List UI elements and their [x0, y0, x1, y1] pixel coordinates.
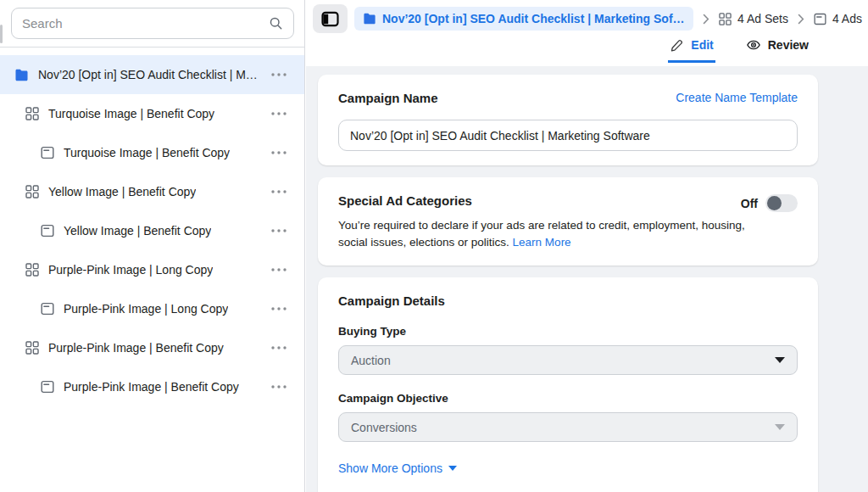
- show-more-options-link[interactable]: Show More Options: [338, 461, 457, 475]
- campaign-icon: [14, 68, 29, 82]
- campaign-objective-label: Campaign Objective: [338, 392, 798, 405]
- campaign-row-label: Nov’20 [Opt in] SEO Audit Checklist | Ma…: [38, 68, 260, 81]
- main-header: Nov’20 [Opt in] SEO Audit Checklist | Ma…: [306, 0, 868, 66]
- breadcrumb-ads-label: 4 Ads: [832, 12, 862, 25]
- buying-type-select[interactable]: Auction: [338, 345, 798, 375]
- ad-row-label: Yellow Image | Benefit Copy: [64, 224, 211, 238]
- show-more-options-label: Show More Options: [338, 461, 442, 475]
- tab-review[interactable]: Review: [744, 36, 810, 63]
- campaign-tree: Nov’20 [Opt in] SEO Audit Checklist | Ma…: [0, 48, 304, 406]
- toggle-state-label: Off: [741, 197, 758, 210]
- panel-toggle-icon: [320, 9, 340, 29]
- chevron-down-icon: [775, 424, 785, 430]
- adset-icon: [25, 107, 39, 120]
- pencil-icon: [670, 38, 684, 53]
- ad-icon: [41, 302, 54, 316]
- adset-row[interactable]: Purple-Pink Image | Long Copy: [0, 250, 304, 289]
- adset-row[interactable]: Purple-Pink Image | Benefit Copy: [0, 328, 304, 367]
- adset-icon: [25, 341, 39, 355]
- breadcrumb-ads[interactable]: 4 Ads: [814, 12, 862, 25]
- search-icon: [269, 16, 283, 31]
- campaign-details-card: Campaign Details Buying Type Auction Cam…: [318, 277, 818, 492]
- campaign-details-title: Campaign Details: [338, 294, 798, 308]
- ad-row[interactable]: Purple-Pink Image | Benefit Copy: [0, 367, 304, 406]
- ad-icon: [41, 146, 54, 159]
- learn-more-link[interactable]: Learn More: [513, 236, 571, 249]
- campaign-row[interactable]: Nov’20 [Opt in] SEO Audit Checklist | Ma…: [0, 55, 304, 94]
- sidebar-scrollbar[interactable]: [0, 25, 3, 43]
- breadcrumb-adsets[interactable]: 4 Ad Sets: [719, 12, 788, 25]
- adset-row-label: Purple-Pink Image | Long Copy: [48, 263, 213, 277]
- more-options-icon[interactable]: [270, 70, 288, 80]
- search-input[interactable]: [22, 16, 269, 31]
- adset-row[interactable]: Turquoise Image | Benefit Copy: [0, 94, 304, 133]
- ad-row-label: Purple-Pink Image | Long Copy: [64, 302, 228, 316]
- breadcrumb-campaign[interactable]: Nov’20 [Opt in] SEO Audit Checklist | Ma…: [354, 7, 693, 31]
- edit-review-tabs: Edit Review: [668, 36, 810, 63]
- ad-row-label: Turquoise Image | Benefit Copy: [64, 146, 230, 159]
- ad-icon: [41, 224, 54, 238]
- adset-row-label: Purple-Pink Image | Benefit Copy: [48, 341, 224, 355]
- buying-type-value: Auction: [351, 354, 391, 367]
- ad-row[interactable]: Yellow Image | Benefit Copy: [0, 211, 304, 250]
- special-ad-categories-description: You’re required to declare if your ads a…: [338, 217, 772, 251]
- tab-edit[interactable]: Edit: [668, 36, 715, 63]
- toggle-knob: [767, 196, 782, 210]
- folder-icon: [363, 12, 376, 25]
- special-ad-categories-title: Special Ad Categories: [338, 193, 472, 208]
- special-ad-categories-toggle[interactable]: [765, 194, 798, 212]
- sidebar-search-row: [0, 0, 304, 48]
- campaign-objective-select[interactable]: Conversions: [338, 412, 798, 442]
- ad-row[interactable]: Turquoise Image | Benefit Copy: [0, 133, 304, 172]
- chevron-down-icon: [448, 466, 457, 471]
- chevron-down-icon: [775, 357, 785, 363]
- campaign-objective-value: Conversions: [351, 421, 417, 434]
- special-ad-categories-card: Special Ad Categories Off You’re require…: [318, 177, 818, 266]
- more-options-icon[interactable]: [270, 304, 288, 314]
- ad-row[interactable]: Purple-Pink Image | Long Copy: [0, 289, 304, 328]
- more-options-icon[interactable]: [270, 343, 288, 353]
- campaign-name-card: Campaign Name Create Name Template: [318, 75, 818, 165]
- collapse-sidebar-button[interactable]: [313, 4, 348, 33]
- adset-row-label: Turquoise Image | Benefit Copy: [48, 107, 214, 120]
- search-box[interactable]: [11, 8, 294, 39]
- more-options-icon[interactable]: [270, 382, 288, 392]
- edit-pane: Campaign Name Create Name Template Speci…: [306, 66, 868, 492]
- breadcrumb: Nov’20 [Opt in] SEO Audit Checklist | Ma…: [306, 0, 868, 33]
- main-panel: Nov’20 [Opt in] SEO Audit Checklist | Ma…: [306, 0, 868, 492]
- ad-row-label: Purple-Pink Image | Benefit Copy: [64, 380, 239, 394]
- adset-row-label: Yellow Image | Benefit Copy: [48, 185, 196, 198]
- ad-icon: [814, 13, 826, 25]
- create-name-template-link[interactable]: Create Name Template: [676, 91, 798, 104]
- tab-edit-label: Edit: [691, 38, 713, 52]
- more-options-icon[interactable]: [270, 265, 288, 275]
- adset-icon: [25, 263, 39, 277]
- breadcrumb-adsets-label: 4 Ad Sets: [737, 12, 788, 25]
- breadcrumb-campaign-label: Nov’20 [Opt in] SEO Audit Checklist | Ma…: [382, 12, 685, 25]
- more-options-icon[interactable]: [270, 226, 288, 236]
- ad-icon: [41, 380, 54, 394]
- chevron-right-icon: [703, 14, 709, 25]
- campaign-tree-sidebar: Nov’20 [Opt in] SEO Audit Checklist | Ma…: [0, 0, 305, 492]
- adset-icon: [719, 13, 732, 25]
- eye-icon: [746, 37, 761, 53]
- adset-row[interactable]: Yellow Image | Benefit Copy: [0, 172, 304, 211]
- adset-icon: [25, 185, 39, 198]
- campaign-name-input[interactable]: [338, 120, 798, 151]
- tab-review-label: Review: [768, 38, 809, 52]
- more-options-icon[interactable]: [270, 109, 288, 119]
- more-options-icon[interactable]: [270, 148, 288, 158]
- buying-type-label: Buying Type: [338, 325, 798, 338]
- more-options-icon[interactable]: [270, 187, 288, 197]
- campaign-name-title: Campaign Name: [338, 91, 438, 105]
- chevron-right-icon: [798, 14, 804, 25]
